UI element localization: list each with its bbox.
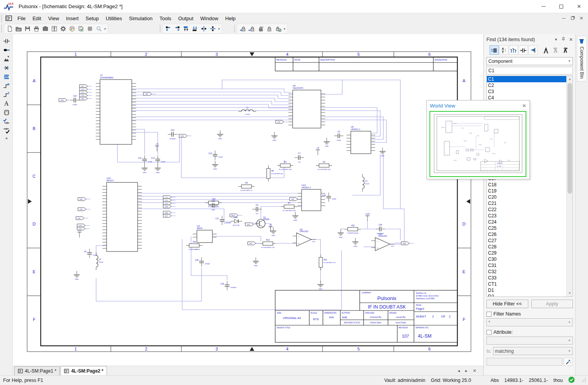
filter-names-select[interactable]: * ▼ [486,318,573,326]
find-list-item[interactable]: C33 [487,275,566,281]
scroll-down-icon[interactable]: ▼ [567,290,573,297]
find-category-select[interactable]: Component ▼ [486,57,573,65]
tab-scroll-left-icon[interactable]: ◂ [458,368,460,373]
close-button[interactable]: ✕ [570,0,588,13]
mdi-restore-icon[interactable] [571,17,574,20]
maximize-button[interactable] [552,0,570,13]
palette-button[interactable] [67,24,76,33]
find-component-button[interactable] [490,45,499,55]
minimize-button[interactable] [535,0,552,13]
noconn-tool-button[interactable] [1,63,11,72]
menu-tools[interactable]: Tools [156,14,174,23]
find-list-item[interactable]: C31 [487,262,566,269]
find-list-item[interactable]: C3 [487,88,566,95]
find-list-item[interactable]: C18 [487,182,566,188]
area-tool-button[interactable] [1,54,11,63]
scroll-thumb[interactable] [567,83,572,194]
doc-tab-4lsmpage1[interactable]: 4L-SM:Page1 * [14,366,60,375]
world-view-close-icon[interactable]: ✕ [522,103,526,109]
toolbar-grip-3[interactable] [234,25,236,32]
find-list-scrollbar[interactable]: ▲ ▼ [566,76,572,297]
lock5-button[interactable] [274,24,283,33]
find-gate-button[interactable] [519,45,528,55]
world-view-viewport[interactable]: Pulsonix4L-SM [429,111,526,177]
align-toolbar-overflow-icon[interactable]: ▾ [217,24,221,33]
menu-help[interactable]: Help [222,14,239,23]
find-next-button[interactable] [561,45,570,55]
attribute-value-input[interactable] [486,358,562,366]
mdi-close-icon[interactable]: ✕ [579,16,583,21]
find-list-item[interactable]: C25 [487,225,566,231]
is-select[interactable]: matching ▼ [493,347,573,355]
attribute-checkbox[interactable] [486,330,491,335]
menu-window[interactable]: Window [197,14,222,23]
world-view-titlebar[interactable]: World View ✕ [427,101,529,111]
find-xy-button[interactable] [499,45,509,55]
find-panel-close-icon[interactable]: ✕ [569,37,573,42]
menu-simulation[interactable]: Simulation [126,14,156,23]
align3-button[interactable] [181,24,190,33]
document-icon[interactable] [5,15,12,22]
lock3-button[interactable] [256,24,265,33]
find-list-item[interactable]: C23 [487,213,566,219]
sig-tool-button[interactable] [1,81,11,90]
text-tool-button[interactable]: A [1,99,11,108]
find-panel-menu-icon[interactable]: ▼ [554,38,558,42]
lock2-button[interactable] [247,24,256,33]
find-search-input[interactable]: C1 [486,67,573,75]
menu-setup[interactable]: Setup [82,14,102,23]
find-list-item[interactable]: C22 [487,206,566,213]
find-list-item[interactable]: C1 [487,76,566,82]
toolbar-grip-2[interactable] [160,25,162,32]
comp-tool-button[interactable] [1,108,11,117]
find-net-button[interactable] [509,45,518,55]
find-prev-button[interactable] [551,45,560,55]
package-button[interactable] [41,24,50,33]
align4-button[interactable] [190,24,199,33]
grid-button[interactable] [85,24,94,33]
find-list-item[interactable]: CT1 [487,281,566,287]
scroll-up-icon[interactable]: ▲ [567,76,573,82]
attribute-select[interactable]: ▼ [486,336,573,345]
left-toolbar-overflow-icon[interactable]: ◄ [5,136,8,140]
find-list-item[interactable]: C27 [487,238,566,244]
wildcard-wizard-button[interactable] [564,357,573,366]
resize-grip[interactable] [581,378,586,383]
schematic-component-U8[interactable]: U874AC574HTC [288,85,325,128]
find-list-item[interactable]: D1 [487,287,566,293]
hide-filter-button[interactable]: Hide Filter << [486,300,528,308]
chk2-tool-button[interactable] [1,126,11,135]
lock-toolbar-overflow-icon[interactable]: ▾ [283,24,286,33]
menu-insert[interactable]: Insert [62,14,82,23]
find-list-item[interactable]: C29 [487,250,566,256]
align1-button[interactable] [164,24,172,33]
file-toolbar-overflow-icon[interactable]: ▾ [103,24,107,33]
filter-names-checkbox[interactable] [486,312,491,317]
schematic-component-U14[interactable]: U1480C32-H [102,177,142,251]
menu-file[interactable]: File [14,14,29,23]
schematic-component-U7[interactable]: U7ZLF6430H2864G [96,74,136,144]
ind-tool-button[interactable] [1,45,11,54]
bus-tool-button[interactable] [1,72,11,81]
tab-scroll-right-icon[interactable]: ▸ [465,368,467,373]
tab-component-bin[interactable]: Component Bin [577,36,587,82]
find-list-item[interactable]: C20 [487,194,566,200]
find-list-item[interactable]: C2 [487,82,566,88]
apply-button[interactable]: Apply [531,300,573,308]
schematic-canvas[interactable]: 112233445566AABBCCDDEEFF [13,34,483,366]
find-list-item[interactable]: C30 [487,256,566,262]
find-list-item[interactable]: C28 [487,244,566,250]
menu-utilities[interactable]: Utilities [102,14,126,23]
zoom-search-button[interactable] [94,24,103,33]
branch-tool-button[interactable] [1,90,11,99]
find-list-item[interactable]: D2 [487,293,566,297]
gear-button[interactable] [59,24,67,33]
toolbar-grip-1[interactable] [1,25,3,32]
find-list-item[interactable]: C26 [487,231,566,238]
menu-output[interactable]: Output [175,14,197,23]
find-list-item[interactable]: C19 [487,188,566,194]
world-view-window[interactable]: World View ✕ [426,100,530,179]
align2-button[interactable] [172,24,181,33]
menu-edit[interactable]: Edit [29,14,45,23]
find-panel-pin-icon[interactable] [561,37,566,42]
